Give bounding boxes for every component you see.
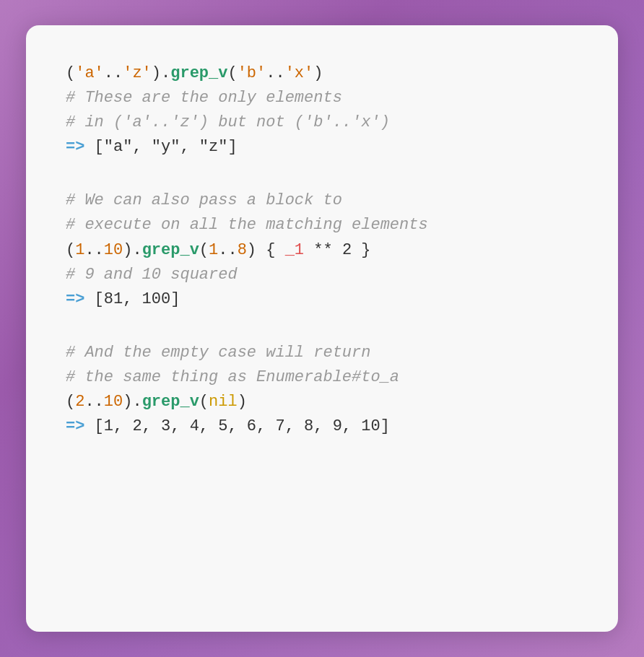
comment-line-3-1: # And the empty case will return [66,341,578,365]
comment-line-3-2: # the same thing as Enumerable#to_a [66,365,578,390]
code-card: ('a'..'z').grep_v('b'..'x') # These are … [26,25,618,632]
paren: ) [238,393,247,411]
result-line-2: => [81, 100] [66,287,578,312]
result-value-1: ["a", "y", "z"] [84,138,237,156]
arrow-3: => [66,417,84,435]
code-block-2: # We can also pass a block to # execute … [66,188,578,311]
result-line-1: => ["a", "y", "z"] [66,135,578,160]
paren: ( [66,241,75,259]
paren: ). [123,393,142,411]
paren: .. [104,64,123,82]
paren: .. [84,241,103,259]
paren: ( [199,241,209,259]
code-line-3-1: (2..10).grep_v(nil) [66,390,578,414]
paren: .. [84,393,103,411]
code-block-3: # And the empty case will return # the s… [66,341,578,439]
num-1b: 1 [209,241,218,259]
code-block-1: ('a'..'z').grep_v('b'..'x') # These are … [66,61,578,160]
result-value-2: [81, 100] [84,290,180,308]
string-b: 'b' [238,64,266,82]
num-1: 1 [75,241,84,259]
comment-line-2-1: # We can also pass a block to [66,188,578,213]
nil-keyword: nil [209,393,238,411]
num-2: 2 [75,393,84,411]
num-8: 8 [238,241,247,259]
paren: ) { [247,241,285,259]
paren: .. [218,241,237,259]
arrow-2: => [66,290,84,308]
method-grep-v: grep_v [170,64,227,82]
comment-line-2-3: # 9 and 10 squared [66,263,578,287]
paren: ( [66,64,75,82]
paren: .. [266,64,284,82]
paren: ). [123,241,142,259]
paren: ( [66,393,75,411]
result-value-3: [1, 2, 3, 4, 5, 6, 7, 8, 9, 10] [84,417,389,435]
method-grep-v-2: grep_v [142,241,199,259]
paren: ) [313,64,323,82]
operator-pow: ** 2 } [304,241,370,259]
result-line-3: => [1, 2, 3, 4, 5, 6, 7, 8, 9, 10] [66,414,578,439]
special-var-1: _1 [285,241,304,259]
paren: ( [199,393,209,411]
num-10: 10 [104,241,123,259]
string-x: 'x' [285,64,314,82]
comment-line-1-1: # These are the only elements [66,86,578,110]
string-a: 'a' [75,64,104,82]
num-10b: 10 [104,393,123,411]
arrow-1: => [66,138,84,156]
paren: ( [227,64,237,82]
code-line-2-1: (1..10).grep_v(1..8) { _1 ** 2 } [66,238,578,263]
comment-line-2-2: # execute on all the matching elements [66,213,578,238]
string-z: 'z' [123,64,152,82]
comment-line-1-2: # in ('a'..'z') but not ('b'..'x') [66,110,578,135]
code-line-1-1: ('a'..'z').grep_v('b'..'x') [66,61,578,86]
paren: ). [152,64,170,82]
method-grep-v-3: grep_v [142,393,199,411]
